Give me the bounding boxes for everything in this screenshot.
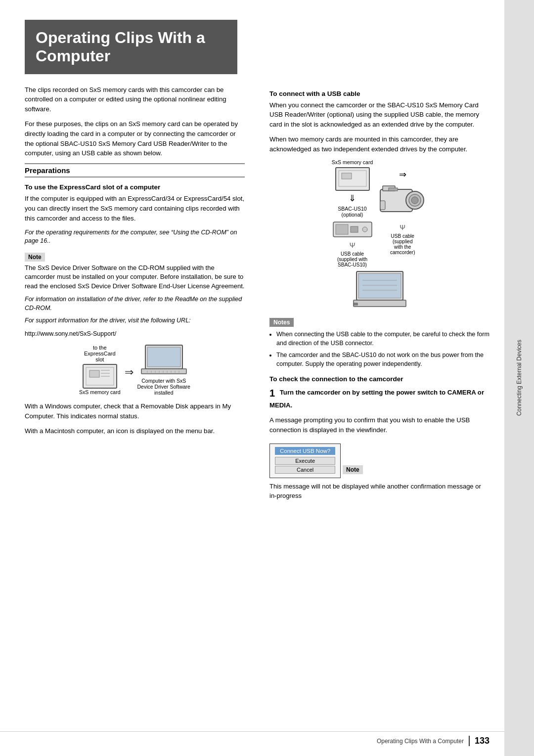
usb-heading: To connect with a USB cable bbox=[269, 90, 490, 97]
note-content-2: This message will not be displayed while… bbox=[269, 482, 490, 501]
svg-rect-33 bbox=[358, 273, 401, 298]
usb-cable-label-1: USB cable(supplied withSBAC-US10) bbox=[337, 251, 367, 267]
step-number-1: 1 bbox=[269, 388, 275, 399]
left-diagram: to theExpressCardslot SxS memory card bbox=[25, 344, 245, 396]
expresscard-para: If the computer is equipped with an Expr… bbox=[25, 194, 245, 223]
usb-symbol-2: Ψ bbox=[400, 223, 405, 231]
footer-text: Operating Clips With a Computer bbox=[377, 738, 464, 745]
sxs-card-label-right: SxS memory card bbox=[332, 159, 373, 165]
sbac-icon bbox=[333, 220, 372, 239]
right-diagram: SxS memory card ⇓ SBAC-US10(optional) bbox=[269, 159, 490, 310]
camcorder-icon bbox=[378, 182, 427, 222]
sbac-label: SBAC-US10(optional) bbox=[338, 206, 366, 218]
sxs-card-label-left: SxS memory card bbox=[79, 389, 120, 395]
step1: 1 Turn the camcorder on by setting the p… bbox=[269, 386, 490, 410]
svg-rect-18 bbox=[336, 168, 369, 190]
svg-rect-37 bbox=[354, 300, 406, 307]
svg-rect-20 bbox=[342, 173, 352, 179]
svg-rect-8 bbox=[141, 369, 186, 374]
computer-label: Computer with SxSDevice Driver Softwarei… bbox=[137, 378, 190, 396]
usb-para1: When you connect the camcorder or the SB… bbox=[269, 100, 490, 130]
usb-dialog: Connect USB Now? Execute Cancel bbox=[269, 444, 341, 478]
sidebar-label: Connecting External Devices bbox=[516, 340, 523, 416]
arrow-right-1: ⇒ bbox=[125, 366, 134, 379]
title-block: Operating Clips With a Computer bbox=[25, 20, 237, 74]
note-item-2: The camcorder and the SBAC-US10 do not w… bbox=[276, 351, 490, 368]
note-label-2: Note bbox=[343, 465, 363, 474]
svg-rect-30 bbox=[380, 201, 385, 210]
sxs-card-right-icon bbox=[335, 167, 370, 191]
intro-para2: For these purposes, the clips on an SxS … bbox=[25, 119, 245, 158]
usb-symbol-1: Ψ bbox=[350, 241, 356, 249]
italic-note-2: For information on installation of the d… bbox=[25, 295, 245, 312]
svg-rect-22 bbox=[336, 224, 348, 234]
footer: Operating Clips With a Computer 133 bbox=[0, 731, 504, 746]
note-item-1: When connecting the USB cable to the com… bbox=[276, 330, 490, 348]
svg-rect-2 bbox=[89, 370, 99, 377]
dialog-title: Connect USB Now? bbox=[275, 447, 335, 455]
laptop-icon bbox=[140, 344, 187, 378]
arrow-down-1: ⇓ bbox=[349, 193, 356, 204]
memory-card-icon bbox=[82, 363, 118, 389]
dialog-execute-btn[interactable]: Execute bbox=[275, 457, 335, 465]
page-number: 133 bbox=[469, 736, 490, 746]
svg-point-28 bbox=[411, 197, 418, 204]
windows-para: With a Windows computer, check that a Re… bbox=[25, 401, 245, 421]
usb-cable-label-2: USB cable(suppliedwith thecamcorder) bbox=[390, 233, 415, 255]
svg-rect-31 bbox=[389, 188, 398, 191]
note-label-1: Note bbox=[25, 253, 45, 262]
url-text: http://www.sony.net/SxS-Support/ bbox=[25, 329, 245, 339]
svg-rect-7 bbox=[147, 347, 180, 367]
preparations-heading: Preparations bbox=[25, 163, 245, 178]
right-column: To connect with a USB cable When you con… bbox=[265, 85, 490, 505]
svg-point-24 bbox=[362, 227, 367, 232]
expresscard-heading: To use the ExpressCard slot of a compute… bbox=[25, 183, 245, 191]
diagram-to-label: to theExpressCardslot bbox=[84, 345, 116, 362]
page-title: Operating Clips With a Computer bbox=[36, 29, 226, 65]
notes-label: Notes bbox=[269, 318, 294, 327]
mac-para: With a Macintosh computer, an icon is di… bbox=[25, 426, 245, 436]
svg-rect-38 bbox=[354, 303, 357, 305]
step1-bold: Turn the camcorder on by setting the pow… bbox=[269, 389, 484, 409]
left-column: The clips recorded on SxS memory cards w… bbox=[25, 85, 250, 505]
svg-rect-23 bbox=[351, 226, 358, 232]
right-sidebar: Connecting External Devices bbox=[504, 0, 534, 756]
dialog-cancel-btn[interactable]: Cancel bbox=[275, 466, 335, 474]
notes-list: When connecting the USB cable to the com… bbox=[269, 330, 490, 369]
italic-note-1: For the operating requirements for the c… bbox=[25, 228, 245, 246]
note-content-1: The SxS Device Driver Software on the CD… bbox=[25, 264, 245, 292]
italic-note-3: For support information for the driver, … bbox=[25, 316, 245, 325]
laptop-icon-right bbox=[353, 270, 407, 310]
intro-para1: The clips recorded on SxS memory cards w… bbox=[25, 85, 245, 114]
usb-para2: When two memory cards are mounted in thi… bbox=[269, 134, 490, 154]
step1-para: A message prompting you to confirm that … bbox=[269, 415, 490, 435]
check-heading: To check the connection to the camcorder bbox=[269, 375, 490, 383]
arrow-right-2: ⇒ bbox=[399, 169, 406, 180]
svg-rect-0 bbox=[83, 364, 117, 388]
